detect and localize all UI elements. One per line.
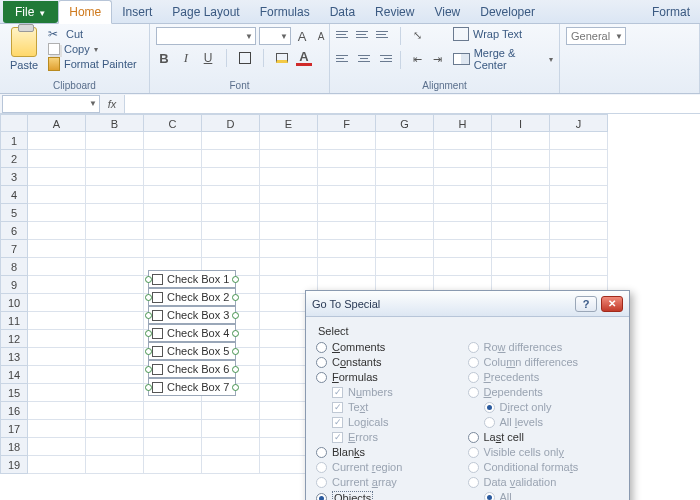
opt-constants[interactable]: Constants [316, 356, 468, 368]
cell[interactable] [260, 240, 318, 258]
cell[interactable] [376, 240, 434, 258]
column-header[interactable]: C [144, 114, 202, 132]
cell[interactable] [202, 240, 260, 258]
cell[interactable] [550, 240, 608, 258]
cell[interactable] [376, 204, 434, 222]
file-tab[interactable]: File▼ [3, 1, 58, 23]
shrink-font-button[interactable]: A [313, 28, 329, 44]
opt-formulas[interactable]: Formulas [316, 371, 468, 383]
cell[interactable] [260, 204, 318, 222]
tab-developer[interactable]: Developer [470, 1, 545, 23]
cell[interactable] [28, 438, 86, 456]
cell[interactable] [492, 168, 550, 186]
cell[interactable] [144, 204, 202, 222]
tab-review[interactable]: Review [365, 1, 424, 23]
font-color-button[interactable]: A [296, 50, 312, 66]
cell[interactable] [434, 204, 492, 222]
cell[interactable] [86, 384, 144, 402]
resize-handle-icon[interactable] [232, 366, 239, 373]
cell[interactable] [492, 222, 550, 240]
cut-button[interactable]: Cut [48, 27, 137, 41]
name-box[interactable]: ▼ [2, 95, 100, 113]
row-header[interactable]: 13 [0, 348, 28, 366]
cell[interactable] [434, 132, 492, 150]
resize-handle-icon[interactable] [232, 294, 239, 301]
font-family-combo[interactable]: ▼ [156, 27, 256, 45]
cell[interactable] [28, 168, 86, 186]
cell[interactable] [376, 222, 434, 240]
row-header[interactable]: 8 [0, 258, 28, 276]
cell[interactable] [144, 240, 202, 258]
cell[interactable] [550, 204, 608, 222]
cell[interactable] [28, 258, 86, 276]
cell[interactable] [28, 366, 86, 384]
column-header[interactable]: E [260, 114, 318, 132]
cell[interactable] [144, 186, 202, 204]
cell[interactable] [28, 240, 86, 258]
row-header[interactable]: 9 [0, 276, 28, 294]
resize-handle-icon[interactable] [145, 330, 152, 337]
cell[interactable] [434, 222, 492, 240]
column-header[interactable]: D [202, 114, 260, 132]
cell[interactable] [144, 456, 202, 474]
resize-handle-icon[interactable] [232, 348, 239, 355]
cell[interactable] [86, 132, 144, 150]
align-top-button[interactable] [336, 27, 352, 41]
cell[interactable] [28, 312, 86, 330]
cell[interactable] [318, 132, 376, 150]
format-painter-button[interactable]: Format Painter [48, 57, 137, 71]
cell[interactable] [86, 258, 144, 276]
decrease-indent-button[interactable]: ⇤ [409, 51, 425, 67]
column-header[interactable]: F [318, 114, 376, 132]
cell[interactable] [434, 168, 492, 186]
cell[interactable] [318, 168, 376, 186]
tab-format[interactable]: Format [642, 1, 700, 23]
paste-button[interactable]: Paste [6, 27, 42, 71]
font-size-combo[interactable]: ▼ [259, 27, 291, 45]
opt-dependents[interactable]: Dependents [468, 386, 620, 398]
align-left-button[interactable] [336, 51, 352, 65]
cell[interactable] [202, 420, 260, 438]
cell[interactable] [28, 384, 86, 402]
row-header[interactable]: 11 [0, 312, 28, 330]
copy-button[interactable]: Copy ▾ [48, 43, 137, 55]
cell[interactable] [86, 240, 144, 258]
row-header[interactable]: 3 [0, 168, 28, 186]
row-header[interactable]: 1 [0, 132, 28, 150]
row-header[interactable]: 7 [0, 240, 28, 258]
cell[interactable] [318, 240, 376, 258]
opt-precedents[interactable]: Precedents [468, 371, 620, 383]
cell[interactable] [202, 222, 260, 240]
cell[interactable] [86, 168, 144, 186]
cell[interactable] [318, 204, 376, 222]
cell[interactable] [260, 186, 318, 204]
orientation-button[interactable]: ⤡ [409, 27, 425, 43]
tab-data[interactable]: Data [320, 1, 365, 23]
cell[interactable] [318, 222, 376, 240]
bold-button[interactable]: B [156, 50, 172, 66]
cell[interactable] [28, 222, 86, 240]
cell[interactable] [376, 132, 434, 150]
cell[interactable] [86, 222, 144, 240]
row-header[interactable]: 17 [0, 420, 28, 438]
cell[interactable] [376, 150, 434, 168]
cell[interactable] [86, 312, 144, 330]
resize-handle-icon[interactable] [145, 348, 152, 355]
dialog-titlebar[interactable]: Go To Special ? ✕ [306, 291, 629, 317]
cell[interactable] [550, 150, 608, 168]
cell[interactable] [376, 186, 434, 204]
column-header[interactable]: A [28, 114, 86, 132]
cell[interactable] [202, 456, 260, 474]
cell[interactable] [202, 204, 260, 222]
cell[interactable] [318, 258, 376, 276]
cell[interactable] [550, 132, 608, 150]
cell[interactable] [202, 150, 260, 168]
resize-handle-icon[interactable] [145, 276, 152, 283]
cell[interactable] [492, 204, 550, 222]
cell[interactable] [550, 168, 608, 186]
cell[interactable] [492, 186, 550, 204]
cell[interactable] [86, 402, 144, 420]
cell[interactable] [144, 132, 202, 150]
resize-handle-icon[interactable] [145, 312, 152, 319]
resize-handle-icon[interactable] [232, 276, 239, 283]
